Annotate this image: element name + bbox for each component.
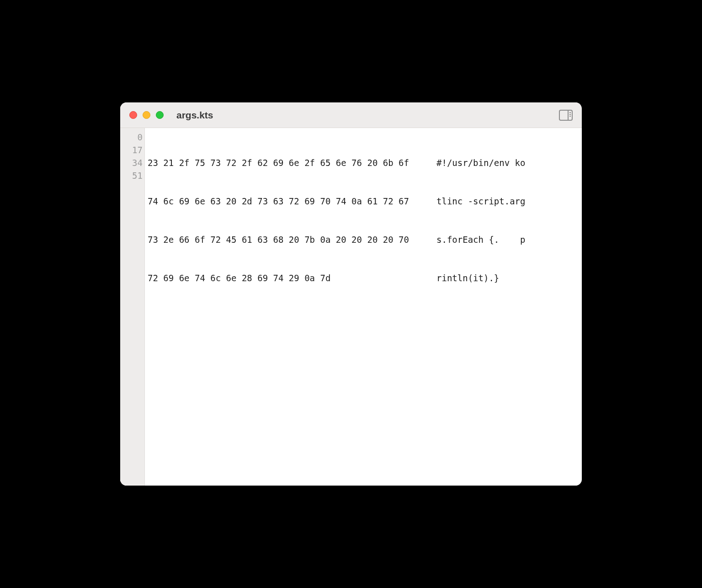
hex-editor-window: args.kts 0 17 34 51 23 21 2f 75 73 72 2f… (120, 102, 582, 486)
zoom-button[interactable] (156, 111, 164, 119)
window-title: args.kts (176, 110, 213, 121)
hex-bytes[interactable]: 23 21 2f 75 73 72 2f 62 69 6e 2f 65 6e 7… (148, 156, 428, 169)
hex-editor-body[interactable]: 23 21 2f 75 73 72 2f 62 69 6e 2f 65 6e 7… (145, 128, 582, 486)
offset-gutter: 0 17 34 51 (120, 128, 145, 486)
svg-rect-0 (559, 110, 572, 120)
sidebar-toggle-icon[interactable] (559, 110, 573, 121)
hex-editor-content[interactable]: 0 17 34 51 23 21 2f 75 73 72 2f 62 69 6e… (120, 128, 582, 486)
offset-value: 0 (120, 131, 143, 144)
titlebar: args.kts (120, 102, 582, 128)
close-button[interactable] (129, 111, 137, 119)
hex-bytes[interactable]: 72 69 6e 74 6c 6e 28 69 74 29 0a 7d (148, 272, 428, 284)
ascii-bytes[interactable]: tlinc -script.arg (428, 195, 525, 208)
hex-bytes[interactable]: 73 2e 66 6f 72 45 61 63 68 20 7b 0a 20 2… (148, 233, 428, 246)
ascii-bytes[interactable]: rintln(it).} (428, 272, 499, 284)
hex-row[interactable]: 72 69 6e 74 6c 6e 28 69 74 29 0a 7d rint… (148, 272, 582, 284)
offset-value: 51 (120, 169, 143, 182)
traffic-lights (129, 111, 164, 119)
ascii-bytes[interactable]: s.forEach {. p (428, 233, 525, 246)
ascii-bytes[interactable]: #!/usr/bin/env ko (428, 156, 525, 169)
offset-value: 17 (120, 144, 143, 156)
minimize-button[interactable] (143, 111, 150, 119)
hex-bytes[interactable]: 74 6c 69 6e 63 20 2d 73 63 72 69 70 74 0… (148, 195, 428, 208)
offset-value: 34 (120, 156, 143, 169)
hex-row[interactable]: 73 2e 66 6f 72 45 61 63 68 20 7b 0a 20 2… (148, 233, 582, 246)
hex-row[interactable]: 23 21 2f 75 73 72 2f 62 69 6e 2f 65 6e 7… (148, 156, 582, 169)
hex-row[interactable]: 74 6c 69 6e 63 20 2d 73 63 72 69 70 74 0… (148, 195, 582, 208)
